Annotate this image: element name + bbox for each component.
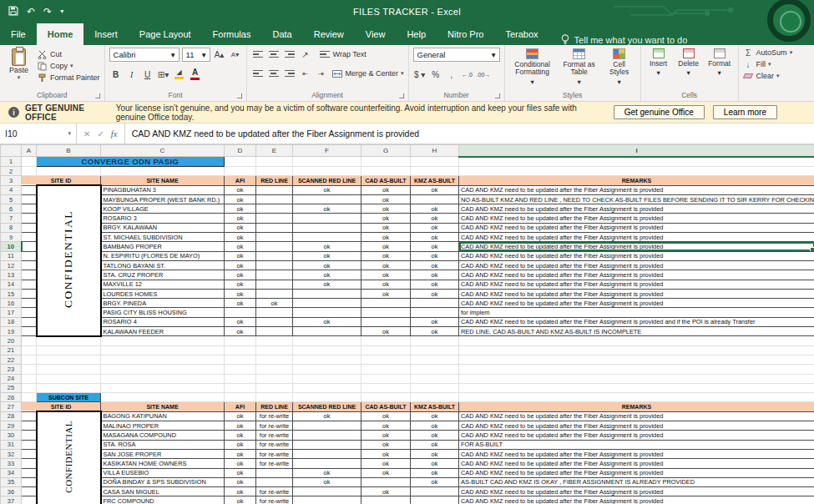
- cell-I11[interactable]: CAD AND KMZ need to be updated after the…: [459, 251, 814, 260]
- cell-D33[interactable]: ok: [225, 459, 256, 468]
- cell-I24[interactable]: [459, 374, 814, 383]
- cell-C2[interactable]: [101, 167, 225, 176]
- row-header-17[interactable]: 17: [1, 308, 22, 317]
- cut-button[interactable]: Cut: [37, 49, 100, 59]
- cell-A4[interactable]: [22, 185, 37, 194]
- font-name-select[interactable]: Calibri▾: [109, 48, 179, 62]
- cell-E1[interactable]: [256, 157, 293, 167]
- cell-D14[interactable]: ok: [225, 280, 256, 289]
- cell-F22[interactable]: [293, 355, 361, 364]
- cell-A29[interactable]: [22, 421, 37, 431]
- cell-G6[interactable]: ok: [361, 204, 411, 214]
- cell-E18[interactable]: [256, 317, 293, 326]
- cell-F35[interactable]: ok: [293, 477, 361, 486]
- cell-E11[interactable]: [256, 251, 293, 260]
- cell-I17[interactable]: for implem: [459, 308, 814, 317]
- cell-F9[interactable]: [293, 233, 361, 242]
- cell-G23[interactable]: [361, 365, 411, 374]
- cell-A37[interactable]: [22, 496, 37, 504]
- cell-A28[interactable]: [22, 411, 37, 421]
- cell-A6[interactable]: [22, 204, 37, 214]
- cell-D15[interactable]: ok: [225, 289, 256, 298]
- enter-entry-icon[interactable]: ✓: [97, 129, 104, 139]
- header-site-id[interactable]: SITE ID: [22, 176, 101, 185]
- cell-F36[interactable]: [293, 487, 361, 496]
- cell-A24[interactable]: [22, 374, 37, 383]
- align-right-icon[interactable]: [283, 67, 296, 80]
- cell-A12[interactable]: [22, 260, 37, 270]
- cell-G31[interactable]: ok: [361, 440, 411, 449]
- tab-home[interactable]: Home: [37, 23, 84, 45]
- cell-A11[interactable]: [22, 251, 37, 260]
- cell-F34[interactable]: ok: [293, 468, 361, 477]
- row-header-2[interactable]: 2: [1, 167, 22, 176]
- align-center-icon[interactable]: [267, 67, 281, 80]
- cell-I23[interactable]: [459, 365, 814, 374]
- cell-E22[interactable]: [256, 355, 293, 364]
- cell-B24[interactable]: [37, 374, 101, 383]
- tab-view[interactable]: View: [355, 23, 397, 45]
- cell-I30[interactable]: CAD AND KMZ need to be updated after the…: [459, 431, 814, 440]
- insert-cells-button[interactable]: Insert ▾: [645, 48, 672, 78]
- wrap-text-button[interactable]: Wrap Text: [320, 49, 367, 59]
- cell-F11[interactable]: ok: [293, 251, 361, 260]
- cell-F7[interactable]: [293, 214, 361, 223]
- cell-F13[interactable]: ok: [293, 270, 361, 280]
- tab-formulas[interactable]: Formulas: [202, 23, 262, 45]
- cell-F33[interactable]: [293, 459, 361, 468]
- cell-H21[interactable]: [411, 345, 459, 355]
- cell-styles-button[interactable]: Cell Styles ▾: [603, 48, 636, 87]
- row-header-26[interactable]: 26: [1, 393, 22, 402]
- cell-A22[interactable]: [22, 355, 37, 364]
- cell-D17[interactable]: [225, 308, 256, 317]
- cell-G15[interactable]: ok: [361, 289, 411, 298]
- cell-I33[interactable]: CAD AND KMZ need to be updated after the…: [459, 459, 814, 468]
- number-dialog-launcher-icon[interactable]: [495, 93, 500, 98]
- cell-A2[interactable]: [22, 167, 37, 176]
- cell-E6[interactable]: [256, 204, 293, 214]
- tab-file[interactable]: File: [0, 23, 37, 45]
- cell-I16[interactable]: CAD AND KMZ need to be updated after the…: [459, 299, 814, 308]
- cell-B25[interactable]: [37, 383, 101, 392]
- cell-C21[interactable]: [101, 345, 225, 355]
- cell-E34[interactable]: [256, 468, 293, 477]
- cell-E35[interactable]: [256, 477, 293, 486]
- cell-C36[interactable]: CASA SAN MIGUEL: [101, 487, 225, 496]
- cell-E26[interactable]: [256, 393, 293, 402]
- cell-D16[interactable]: ok: [225, 299, 256, 308]
- cell-I35[interactable]: AS-BUILT CAD AND KMZ IS OKAY , FIBER ASS…: [459, 477, 814, 486]
- cell-C34[interactable]: VILLA EUSEBIO: [101, 468, 225, 477]
- cell-A18[interactable]: [22, 317, 37, 326]
- delete-cells-button[interactable]: Delete ▾: [675, 48, 702, 78]
- cell-C23[interactable]: [101, 365, 225, 374]
- cell-C15[interactable]: LOURDES HOMES: [101, 289, 225, 298]
- cell-D31[interactable]: ok: [225, 440, 256, 449]
- tab-help[interactable]: Help: [396, 23, 437, 45]
- cell-C37[interactable]: FRC COMPOUND: [101, 496, 225, 504]
- header-remarks[interactable]: REMARKS: [459, 176, 814, 185]
- cell-E14[interactable]: [256, 280, 293, 289]
- cell-E17[interactable]: [256, 308, 293, 317]
- cell-G24[interactable]: [361, 374, 411, 383]
- cell-F23[interactable]: [293, 365, 361, 374]
- copy-button[interactable]: Copy ▾: [37, 61, 100, 71]
- cell-F30[interactable]: [293, 431, 361, 440]
- cancel-entry-icon[interactable]: ✕: [83, 129, 90, 139]
- col-header-H[interactable]: H: [411, 145, 459, 157]
- font-size-select[interactable]: 11▾: [182, 48, 210, 62]
- cell-E32[interactable]: for re-write: [256, 449, 293, 458]
- cell-A17[interactable]: [22, 308, 37, 317]
- cell-A30[interactable]: [22, 431, 37, 440]
- cell-D37[interactable]: ok: [225, 496, 256, 504]
- cell-D2[interactable]: [225, 167, 256, 176]
- cell-H1[interactable]: [411, 157, 459, 167]
- cell-A16[interactable]: [22, 299, 37, 308]
- cell-E10[interactable]: [256, 242, 293, 251]
- cell-F32[interactable]: [293, 449, 361, 458]
- fill-color-icon[interactable]: ◢: [173, 68, 186, 81]
- cell-G33[interactable]: ok: [361, 459, 411, 468]
- tell-me-box[interactable]: Tell me what you want to do: [561, 34, 688, 45]
- cell-B20[interactable]: [37, 336, 101, 345]
- cell-H31[interactable]: ok: [411, 440, 459, 449]
- cell-G12[interactable]: ok: [361, 260, 411, 270]
